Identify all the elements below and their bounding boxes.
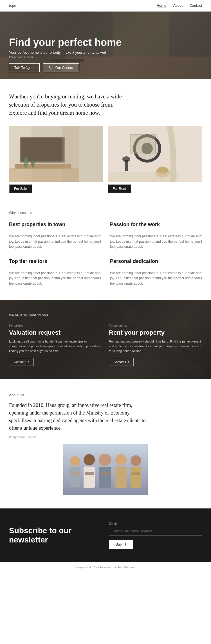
property-card-rent: For Rent	[108, 126, 202, 193]
logo: logo	[9, 3, 16, 8]
about-image-credit: Image from Freepik	[9, 435, 202, 439]
intro-section: Whether you're buying or renting, we hav…	[0, 79, 135, 126]
svg-point-41	[84, 454, 95, 465]
svg-rect-46	[115, 467, 127, 488]
about-section: About Us Founded in 2010, Haus group, an…	[0, 379, 211, 508]
why-title-1: Passion for the work	[110, 222, 202, 228]
svg-rect-18	[62, 126, 79, 182]
about-image-container	[9, 444, 202, 495]
for-rent-button[interactable]: For Rent	[108, 184, 131, 193]
hero-title: Find your perfect home	[9, 37, 122, 48]
why-desc-3: We are nothing if not passionate! Real e…	[110, 271, 202, 286]
svg-rect-51	[100, 472, 111, 475]
contact-us-button-1[interactable]: Contact Us	[109, 358, 134, 366]
about-image	[63, 444, 148, 495]
newsletter-form: Email Submit	[109, 522, 202, 549]
svg-point-47	[131, 455, 141, 466]
svg-point-43	[99, 454, 111, 466]
svg-rect-28	[108, 172, 178, 182]
about-label: About Us	[9, 393, 202, 397]
hero-section: Find your perfect home Your perfect home…	[0, 12, 211, 79]
why-title-2: Top tier realtors	[9, 258, 101, 264]
why-item-3: Personal dedication We are nothing if no…	[110, 258, 202, 286]
footer-text: Sample text. Click to select the Text El…	[75, 566, 136, 569]
talk-to-agent-button[interactable]: Talk To Agent	[9, 63, 40, 72]
svg-rect-49	[71, 472, 80, 475]
property-image-rent	[108, 126, 202, 182]
svg-rect-48	[131, 467, 141, 488]
navigation: logo Home About Contact	[0, 0, 211, 12]
solutions-section: We have solutions for you For sellers Va…	[0, 300, 211, 379]
property-card-sale: For Sale	[9, 126, 103, 193]
nav-links: Home About Contact	[157, 3, 202, 8]
svg-rect-52	[116, 472, 126, 475]
solution-title-0: Valuation request	[9, 329, 102, 336]
svg-rect-13	[21, 138, 64, 161]
see-contact-button[interactable]: See Our Contact	[43, 63, 79, 72]
svg-rect-53	[131, 472, 140, 475]
solution-desc-0: Looking to sell your home but don't want…	[9, 339, 102, 353]
svg-point-39	[70, 456, 80, 466]
solution-item-0: For sellers Valuation request Looking to…	[9, 324, 102, 366]
email-input[interactable]	[109, 527, 202, 536]
svg-rect-50	[85, 472, 94, 475]
nav-about[interactable]: About	[173, 3, 183, 8]
team-svg	[63, 444, 148, 495]
svg-rect-23	[130, 134, 156, 154]
why-label: Why choose us	[9, 211, 202, 215]
email-label: Email	[109, 522, 202, 525]
why-item-2: Top tier realtors We are nothing if not …	[9, 258, 101, 286]
svg-point-45	[115, 454, 127, 465]
submit-button[interactable]: Submit	[109, 540, 133, 549]
solutions-label: We have solutions for you	[9, 313, 202, 317]
about-text: Founded in 2010, Haus group, an innovati…	[9, 402, 150, 432]
why-divider-2	[9, 267, 18, 267]
svg-point-25	[122, 156, 130, 162]
newsletter-left: Subscribe to our newsletter	[9, 526, 102, 545]
why-desc-1: We are nothing if not passionate! Real e…	[110, 234, 202, 249]
why-divider-1	[110, 230, 119, 230]
solution-tag-0: For sellers	[9, 324, 102, 327]
for-sale-button[interactable]: For Sale	[9, 184, 32, 193]
nav-contact[interactable]: Contact	[189, 3, 202, 8]
property-svg-sale	[9, 126, 103, 182]
solution-item-1: For landlords Rent your property Renting…	[109, 324, 202, 366]
solution-title-1: Rent your property	[109, 329, 202, 336]
solutions-content: We have solutions for you For sellers Va…	[9, 313, 202, 366]
newsletter-title: Subscribe to our newsletter	[9, 526, 102, 545]
footer: Sample text. Click to select the Text El…	[0, 562, 211, 572]
why-desc-2: We are nothing if not passionate! Real e…	[9, 271, 101, 286]
why-divider-3	[110, 267, 119, 267]
svg-point-15	[24, 157, 28, 168]
svg-rect-44	[99, 467, 111, 488]
why-desc-0: We are nothing if not passionate! Real e…	[9, 234, 101, 249]
why-grid: Best properties in town We are nothing i…	[9, 222, 202, 286]
solution-tag-1: For landlords	[109, 324, 202, 327]
nav-home[interactable]: Home	[157, 3, 167, 8]
solution-desc-1: Renting out your property shouldn't be h…	[109, 339, 202, 353]
intro-text: Whether you're buying or renting, we hav…	[9, 93, 126, 117]
svg-rect-40	[70, 467, 80, 487]
newsletter-section: Subscribe to our newsletter Email Submit	[0, 508, 211, 562]
why-item-1: Passion for the work We are nothing if n…	[110, 222, 202, 249]
property-svg-rent	[108, 126, 202, 182]
svg-point-16	[31, 159, 35, 168]
why-item-0: Best properties in town We are nothing i…	[9, 222, 101, 249]
properties-grid: For Sale For	[0, 126, 211, 197]
svg-rect-54	[63, 488, 148, 495]
hero-image-credit: Image from Freepik	[9, 56, 122, 59]
property-image-sale	[9, 126, 103, 182]
solutions-grid: For sellers Valuation request Looking to…	[9, 324, 202, 366]
why-title-0: Best properties in town	[9, 222, 101, 228]
svg-rect-42	[84, 467, 95, 488]
why-section: Why choose us Best properties in town We…	[0, 197, 211, 300]
hero-subtitle: Your perfect home is our priority, make …	[9, 50, 122, 55]
hero-buttons: Talk To Agent See Our Contact	[9, 63, 122, 72]
hero-content: Find your perfect home Your perfect home…	[0, 30, 131, 79]
why-title-3: Personal dedication	[110, 258, 202, 264]
why-divider-0	[9, 230, 18, 230]
contact-us-button-0[interactable]: Contact Us	[9, 358, 34, 366]
